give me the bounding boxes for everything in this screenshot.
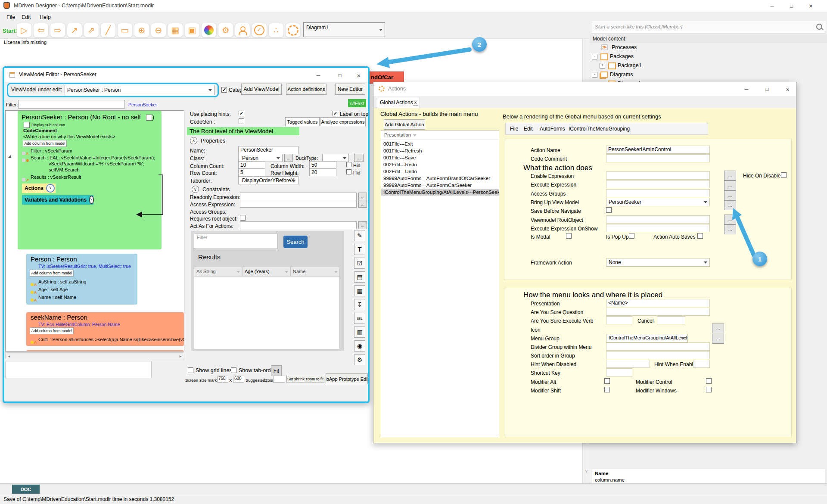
show-tab-order-checkbox[interactable] (231, 367, 236, 373)
uifirst-badge[interactable]: UIFirst (348, 99, 366, 107)
list-item[interactable]: 001File---Exit (383, 141, 413, 146)
row-height-input[interactable]: 20 (309, 168, 336, 176)
toolbar-person-link-icon[interactable] (235, 23, 250, 37)
under-edit-combo[interactable]: PersonSeeker : Person (65, 85, 215, 95)
collapse-triangle-icon[interactable]: ◢ (8, 154, 11, 158)
maximize-button[interactable]: □ (782, 0, 801, 12)
fit-button[interactable]: Fit (271, 365, 282, 376)
scroll-left-icon[interactable]: ◄ (6, 354, 12, 359)
hint-when-disabled-input[interactable] (606, 360, 650, 368)
categ-checkbox[interactable]: ✓ (221, 87, 227, 93)
constraints-expander-icon[interactable]: ∨ (192, 186, 199, 193)
set-shrink-zoom-button[interactable]: Set shrink zoom to fit (286, 375, 324, 383)
tree-item-package1[interactable]: + Package1 (590, 61, 827, 70)
are-you-sure-question-input[interactable] (606, 308, 710, 316)
menu-file[interactable]: File (6, 14, 15, 20)
maximize-button[interactable]: □ (333, 71, 347, 80)
bring-up-view-model-combo[interactable]: PersonSeeker (606, 198, 710, 206)
new-editor-button[interactable]: New Editor (335, 84, 365, 95)
icon-ellipsis-button[interactable]: ... (712, 324, 724, 333)
display-sub-column-checkbox[interactable] (24, 122, 30, 128)
maximize-button[interactable]: □ (759, 84, 775, 94)
toolbar-association-arrow-icon[interactable]: ↗ (67, 23, 82, 37)
sort-order-input[interactable] (606, 351, 710, 359)
variables-expander-chip[interactable]: Variables and Validations ∨ (22, 195, 93, 205)
save-before-navigate-checkbox[interactable] (606, 207, 612, 213)
add-column-button[interactable]: Add column from model (23, 140, 67, 147)
column-count-input[interactable]: 10 (238, 161, 265, 169)
design-horizontal-scrollbar[interactable]: ◄ ► (5, 352, 184, 359)
toolbar-color-wheel-icon[interactable] (201, 23, 217, 37)
close-button[interactable]: × (351, 71, 366, 80)
enable-expression-input[interactable] (606, 171, 710, 180)
column-width-input[interactable]: 50 (309, 161, 336, 169)
actions-expander-chip[interactable]: Actions ∨ (22, 184, 56, 193)
hide-on-disable-checkbox[interactable] (781, 172, 787, 178)
preview-search-button[interactable]: Search (283, 236, 308, 248)
show-grid-lines-checkbox[interactable] (188, 367, 193, 373)
webapp-prototype-button[interactable]: WebApp Prototype Edit-M (326, 373, 368, 384)
menu-group-ellipsis-button[interactable]: ... (712, 334, 724, 344)
filter-funnel-icon[interactable] (413, 134, 417, 137)
cancel-verb-input[interactable] (657, 316, 685, 324)
toolbar-settings-icon[interactable]: ⚙ (218, 23, 233, 37)
divider-group-input[interactable] (606, 342, 710, 351)
ducktype-ellipsis-button[interactable]: ... (354, 154, 364, 162)
toolbar-zoom-in-icon[interactable]: ⊕ (134, 23, 149, 37)
readonly-expression-input[interactable] (240, 193, 357, 200)
doc-tab[interactable]: DOC (12, 485, 40, 494)
no-self-checkbox[interactable] (146, 115, 152, 121)
tree-item-diagrams[interactable]: - Diagrams (590, 70, 827, 79)
class-ellipsis-button[interactable]: ... (284, 154, 293, 162)
add-global-action-button[interactable]: Add Global Action (384, 119, 425, 130)
menu-preview-edit[interactable]: Edit (524, 126, 533, 132)
action-auto-saves-checkbox[interactable] (697, 233, 703, 239)
column-hid-checkbox[interactable] (346, 162, 351, 167)
tagged-values-button[interactable]: Tagged values (285, 117, 320, 126)
tree-item-packages[interactable]: - Packages (590, 52, 827, 61)
close-button[interactable]: × (780, 84, 796, 94)
minimize-button[interactable]: ─ (762, 0, 782, 12)
execute-expression-input[interactable] (606, 180, 710, 188)
action-name-input[interactable]: PersonSeekerIAmInControl (606, 146, 710, 154)
vm-filter-link[interactable]: PersonSeeker (128, 102, 157, 107)
scroll-down-icon[interactable]: ∨ (583, 467, 590, 475)
vm-filter-input[interactable] (18, 100, 125, 109)
model-search-input[interactable]: Start a search like this [Class].[Member… (591, 21, 825, 34)
close-button[interactable]: × (801, 0, 821, 12)
toolbar-spiral-icon[interactable] (285, 23, 301, 37)
analyze-expressions-button[interactable]: Analyze expressions (320, 117, 366, 126)
screen-height-input[interactable]: 600 (233, 376, 244, 383)
modifier-alt-checkbox[interactable] (604, 378, 610, 384)
start-label[interactable]: Start! (3, 28, 17, 34)
add-column-button[interactable]: Add column from model (30, 270, 74, 277)
minimize-button[interactable]: ─ (739, 84, 754, 94)
filter-funnel-icon[interactable] (236, 271, 240, 273)
list-header-row[interactable]: Presentation (381, 131, 499, 140)
add-viewmodel-button[interactable]: Add ViewModel (241, 84, 282, 95)
modifier-windows-checkbox[interactable] (706, 387, 712, 392)
person-item-age[interactable]: Age : self.Age (38, 287, 68, 292)
are-you-sure-verb-input[interactable] (606, 316, 632, 324)
menu-preview-icontrol[interactable]: IControlTheMenuGrouping (569, 126, 630, 132)
checkbox-list-icon[interactable]: ☑ (354, 258, 365, 269)
diagram-selector[interactable]: Diagram1 (303, 22, 385, 37)
person-item-asstring[interactable]: AsString : self.asString (38, 279, 86, 284)
toolbar-nav-forward-icon[interactable]: ⇨ (50, 23, 65, 37)
access-expression-input[interactable] (240, 200, 357, 208)
gear-box-icon[interactable]: ⚙ (354, 354, 365, 365)
preview-filter-textarea[interactable]: Filter (194, 233, 277, 249)
requires-root-checkbox[interactable] (240, 215, 246, 221)
expand-box-icon[interactable]: + (600, 63, 605, 68)
list-item[interactable]: 002Edit---Undo (383, 169, 417, 174)
act-as-input[interactable] (240, 221, 357, 229)
taborder-combo[interactable]: DisplayOrderYBeforeX (238, 176, 298, 184)
actions-title-bar[interactable]: Actions ─ □ × (373, 82, 796, 96)
toolbar-window-run-icon[interactable]: ▣ (184, 23, 200, 37)
minimize-button[interactable]: ─ (311, 71, 326, 80)
filter-funnel-icon[interactable] (334, 271, 338, 273)
calendar-icon[interactable]: ▦ (354, 285, 365, 296)
screen-width-input[interactable]: 758 (217, 376, 228, 383)
toolbar-autoform-icon[interactable]: ▦ (168, 23, 183, 37)
chevron-down-icon[interactable]: ∨ (46, 184, 55, 193)
